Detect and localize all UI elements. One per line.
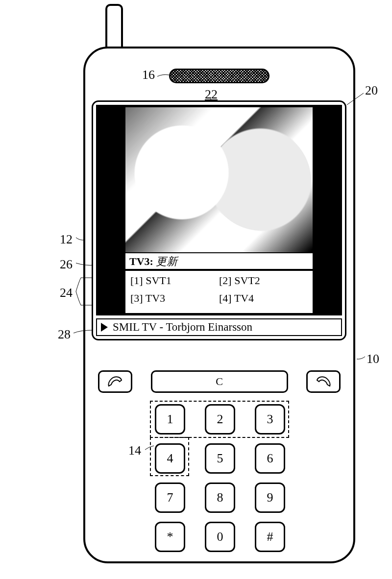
key-8[interactable]: 8 [205,482,235,513]
callout-20: 20 [365,83,378,98]
ticker-text: 更新 [156,255,177,267]
key-star[interactable]: * [155,522,185,552]
channel-list-divider [125,270,313,271]
numeric-keypad: 1 2 3 4 5 6 7 8 9 * 0 # [154,404,286,552]
video-feed [124,106,314,253]
key-label: 7 [167,490,173,505]
key-label: 1 [167,412,173,427]
key-9[interactable]: 9 [255,482,285,513]
channel-idx: [1] [130,274,143,287]
key-label: # [267,530,273,544]
call-button[interactable] [98,370,132,393]
function-key-row: C [98,368,341,395]
key-7[interactable]: 7 [155,482,185,513]
key-label: 4 [167,451,173,466]
callout-12: 12 [60,232,73,247]
channel-name: SVT2 [234,274,260,287]
key-label: 6 [267,451,273,466]
key-2[interactable]: 2 [205,404,235,434]
channel-name: TV3 [146,292,165,304]
status-bar: SMIL TV - Torbjorn Einarsson [96,318,342,336]
channel-name: TV4 [234,292,254,304]
end-call-button[interactable] [306,370,341,393]
key-label: 3 [267,412,273,427]
channel-idx: [2] [219,274,232,287]
key-hash[interactable]: # [255,522,285,552]
channel-item-1[interactable]: [1] SVT1 [130,274,219,287]
phone-hangup-icon [315,374,332,389]
key-0[interactable]: 0 [205,522,235,552]
channel-idx: [4] [219,292,232,304]
play-icon [101,323,108,332]
callout-28: 28 [58,327,71,342]
channel-idx: [3] [130,292,143,304]
key-label: 0 [217,530,223,544]
now-playing-ticker: TV3: 更新 [124,253,314,270]
clear-button-label: C [216,375,223,388]
screen-content-area: TV3: 更新 [1] SVT1 [2] SVT2 [3] TV3 [ [96,105,342,315]
key-4[interactable]: 4 [155,443,185,474]
callout-26: 26 [60,257,73,272]
key-label: 2 [217,412,223,427]
clear-button[interactable]: C [151,370,288,393]
ticker-channel: TV3: [129,255,153,267]
callout-16: 16 [142,68,155,82]
status-text: SMIL TV - Torbjorn Einarsson [113,321,252,334]
callout-22: 22 [205,87,218,102]
key-6[interactable]: 6 [255,443,285,474]
key-label: 9 [267,490,273,505]
channel-name: SVT1 [146,274,172,287]
channel-item-4[interactable]: [4] TV4 [219,292,308,305]
key-1[interactable]: 1 [155,404,185,434]
callout-24: 24 [60,286,73,300]
key-label: 8 [217,490,223,505]
key-label: 5 [217,451,223,466]
channel-item-2[interactable]: [2] SVT2 [219,274,308,287]
key-label: * [167,530,173,544]
key-3[interactable]: 3 [255,404,285,434]
device-screen: TV3: 更新 [1] SVT1 [2] SVT2 [3] TV3 [ [92,100,346,340]
page-root: 16 22 20 12 26 24 28 10 14 TV3: 更新 [1] S… [0,0,392,579]
channel-list: [1] SVT1 [2] SVT2 [3] TV3 [4] TV4 [124,270,314,314]
callout-10: 10 [367,352,379,366]
channel-item-3[interactable]: [3] TV3 [130,292,219,305]
phone-pickup-icon [107,374,123,389]
callout-14: 14 [128,443,141,458]
key-5[interactable]: 5 [205,443,235,474]
